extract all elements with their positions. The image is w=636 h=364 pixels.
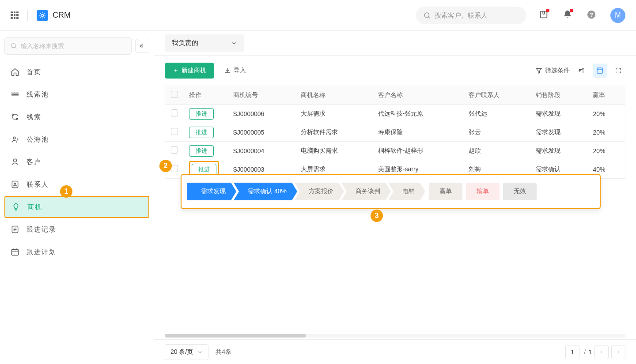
advance-button[interactable]: 推进 (189, 108, 214, 120)
collapse-sidebar-button[interactable] (135, 39, 149, 53)
advance-button[interactable]: 推进 (189, 145, 214, 157)
stage-step[interactable]: 方案报价 (295, 183, 344, 200)
column-header: 销售阶段 (530, 86, 587, 105)
import-label: 导入 (234, 67, 246, 75)
sidebar-item-label: 公海池 (26, 135, 49, 144)
table-row: 推进SJ0000005分析软件需求寿康保险张云需求发现20% (165, 123, 625, 142)
row-checkbox[interactable] (171, 146, 178, 154)
crm-logo-icon (37, 10, 48, 21)
sidebar-item-calendar[interactable]: 跟进计划 (4, 241, 149, 263)
stage-step[interactable]: 需求确认 40% (234, 183, 297, 200)
sidebar-item-label: 跟进记录 (26, 225, 57, 234)
search-icon (423, 11, 431, 19)
sidebar-item-label: 商机 (27, 203, 42, 211)
next-page-button[interactable] (611, 345, 625, 359)
chevron-left-icon (599, 349, 604, 355)
filter-icon (535, 67, 542, 74)
notification-puzzle-icon[interactable] (539, 10, 549, 21)
cell-customer: 桐梓软件-赵梓彤 (373, 142, 463, 160)
svg-rect-14 (597, 68, 602, 73)
svg-point-1 (424, 13, 429, 18)
row-checkbox[interactable] (171, 128, 178, 135)
app-header: CRM ? M (0, 0, 636, 31)
search-icon (10, 42, 17, 49)
new-opportunity-button[interactable]: 新建商机 (165, 63, 214, 79)
sidebar-item-layers[interactable]: 线索池 (4, 83, 149, 105)
current-page[interactable]: 1 (565, 345, 579, 359)
table-container: 操作商机编号商机名称客户名称客户联系人销售阶段赢率 推进SJ0000006大屏需… (154, 86, 636, 334)
cell-rate: 20% (587, 142, 625, 160)
cell-rate: 20% (587, 105, 625, 123)
contact-icon (11, 180, 19, 189)
stage-lose[interactable]: 输单 (466, 183, 500, 200)
column-header: 操作 (184, 86, 228, 105)
column-header: 赢率 (587, 86, 625, 105)
sidebar-item-contact[interactable]: 联系人 (4, 173, 149, 195)
svg-text:?: ? (590, 11, 593, 18)
advance-button[interactable]: 推进 (192, 164, 216, 175)
table-row: 推进SJ0000006大屏需求代远科技-张元原张代远需求发现20% (165, 105, 625, 123)
global-search-input[interactable] (435, 11, 519, 19)
cell-name: 电脑购买需求 (295, 142, 373, 160)
sort-button[interactable] (574, 64, 588, 78)
sidebar-item-bulb[interactable]: 商机 (4, 196, 149, 218)
page-size-label: 20 条/页 (170, 348, 193, 356)
cell-name: 大屏需求 (295, 105, 373, 123)
stage-win[interactable]: 赢单 (429, 183, 462, 200)
global-search[interactable] (416, 7, 526, 24)
divider (27, 10, 28, 21)
page-size-select[interactable]: 20 条/页 (165, 344, 208, 360)
fullscreen-button[interactable] (611, 64, 625, 78)
row-checkbox[interactable] (171, 109, 178, 116)
view-toggle-button[interactable] (593, 64, 607, 78)
bulb-icon (11, 203, 20, 211)
import-button[interactable]: 导入 (224, 67, 246, 75)
sidebar-search[interactable] (4, 37, 132, 55)
column-header: 商机名称 (295, 86, 373, 105)
sidebar-item-pool[interactable]: 公海池 (4, 128, 149, 150)
row-checkbox[interactable] (171, 165, 178, 172)
layers-icon (11, 90, 19, 99)
prev-page-button[interactable] (594, 345, 609, 359)
svg-point-0 (41, 14, 43, 16)
sidebar-item-label: 线索池 (26, 90, 49, 99)
sidebar-item-note[interactable]: 跟进记录 (4, 218, 149, 240)
svg-point-9 (14, 159, 17, 162)
total-pages: 1 (588, 349, 592, 356)
sidebar-item-label: 跟进计划 (26, 248, 57, 256)
calendar-icon (11, 248, 19, 256)
column-header: 客户名称 (373, 86, 463, 105)
sidebar-item-route[interactable]: 线索 (4, 106, 149, 128)
table-row: 推进SJ0000004电脑购买需求桐梓软件-赵梓彤赵欣需求发现20% (165, 142, 625, 160)
scope-select[interactable]: 我负责的 (165, 34, 244, 52)
cell-customer: 寿康保险 (373, 123, 463, 142)
cell-id: SJ0000005 (228, 123, 296, 142)
page-separator: / (584, 349, 586, 356)
stage-step[interactable]: 电销 (388, 183, 425, 200)
sidebar-item-home[interactable]: 首页 (4, 61, 149, 83)
user-avatar[interactable]: M (610, 8, 625, 23)
cell-contact: 张代远 (463, 105, 530, 123)
help-icon[interactable]: ? (587, 10, 596, 21)
stage-step[interactable]: 需求发现 (187, 183, 236, 200)
cell-name: 分析软件需求 (295, 123, 373, 142)
select-all-checkbox[interactable] (171, 91, 178, 98)
bell-icon[interactable] (563, 10, 572, 21)
toolbar: 新建商机 导入 筛选条件 (154, 56, 636, 86)
filter-label: 筛选条件 (545, 67, 570, 75)
stage-void[interactable]: 无效 (503, 183, 537, 200)
apps-grid-icon[interactable] (11, 11, 19, 19)
sidebar-search-input[interactable] (21, 42, 126, 49)
column-header: 商机编号 (228, 86, 296, 105)
cell-rate: 20% (587, 123, 625, 142)
stage-step[interactable]: 商务谈判 (341, 183, 391, 200)
horizontal-scrollbar[interactable] (165, 334, 625, 338)
svg-point-5 (11, 44, 15, 48)
filter-button[interactable]: 筛选条件 (535, 67, 570, 75)
advance-button[interactable]: 推进 (189, 127, 214, 138)
user-icon (11, 158, 19, 166)
chevron-down-icon (197, 349, 203, 355)
sidebar-item-user[interactable]: 客户 (4, 151, 149, 173)
cell-contact: 赵欣 (463, 142, 530, 160)
scope-label: 我负责的 (172, 39, 198, 47)
